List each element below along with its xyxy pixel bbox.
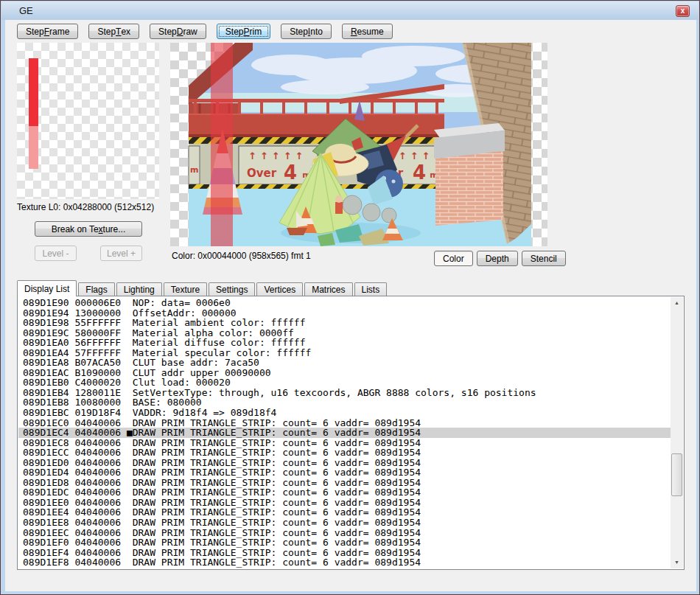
display-list-row[interactable]: 089D1EA8 B07ACA50 CLUT base addr: 7aca50 xyxy=(18,358,671,368)
display-list-row[interactable]: 089D1EB4 1280011E SetVertexType: through… xyxy=(18,388,671,398)
display-list-row[interactable]: 089D1EEC 04040006 DRAW PRIM TRIANGLE_STR… xyxy=(18,528,671,538)
display-list-row[interactable]: 089D1EE8 04040006 DRAW PRIM TRIANGLE_STR… xyxy=(18,518,671,528)
framebuffer-scene: m ↑↑↑↑↑ Over 4 m ↑↑↑↑↑ Over 4 m xyxy=(170,43,547,246)
framebuffer-label: Color: 0x00044000 (958x565) fmt 1 xyxy=(172,251,311,261)
transparent-checker-left xyxy=(170,43,189,246)
step-into-button[interactable]: Step Into xyxy=(281,24,332,39)
vertical-scrollbar[interactable]: ▲ ▼ xyxy=(671,297,683,568)
step-frame-button[interactable]: Step Frame xyxy=(17,24,78,39)
display-list-row[interactable]: 089D1EAC B1090000 CLUT addr upper 000900… xyxy=(18,368,671,378)
svg-text:m: m xyxy=(190,165,198,175)
display-list-row[interactable]: 089D1ED4 04040006 DRAW PRIM TRIANGLE_STR… xyxy=(18,467,671,478)
scroll-down-icon[interactable]: ▼ xyxy=(671,557,683,568)
client-area: Step FrameStep TexStep DrawStep PrimStep… xyxy=(5,20,696,591)
framebuffer-mode-buttons: ColorDepthStencil xyxy=(434,251,566,266)
tab-lighting[interactable]: Lighting xyxy=(116,282,162,296)
step-prim-button[interactable]: Step Prim xyxy=(217,24,270,39)
display-list-row[interactable]: 089D1EA0 56FFFFFF Material diffuse color… xyxy=(18,338,671,348)
display-list-row[interactable]: 089D1EC8 04040006 DRAW PRIM TRIANGLE_STR… xyxy=(18,438,671,448)
red-beam xyxy=(211,43,233,246)
close-button[interactable]: x xyxy=(676,5,690,17)
break-on-texture-button[interactable]: Break on Texture... xyxy=(35,221,142,237)
tab-lists[interactable]: Lists xyxy=(354,282,388,296)
scroll-up-icon[interactable]: ▲ xyxy=(671,297,683,309)
texture-red-bar xyxy=(29,58,38,126)
step-draw-button[interactable]: Step Draw xyxy=(150,24,206,39)
depth-mode-button[interactable]: Depth xyxy=(477,251,518,266)
display-list-row[interactable]: 089D1EB0 C4000020 Clut load: 000020 xyxy=(18,377,671,388)
display-list-row[interactable]: 089D1E9C 580000FF Material alpha color: … xyxy=(18,328,671,338)
tab-flags[interactable]: Flags xyxy=(78,282,114,296)
level-minus-button[interactable]: Level - xyxy=(35,246,77,261)
level-plus-button[interactable]: Level + xyxy=(100,246,142,261)
ge-debugger-window: GE x Step FrameStep TexStep DrawStep Pri… xyxy=(0,0,700,595)
texture-label: Texture L0: 0x04288000 (512x512) xyxy=(17,202,154,212)
tab-strip: Display ListFlagsLightingTextureSettings… xyxy=(17,280,388,296)
framebuffer-preview[interactable]: m ↑↑↑↑↑ Over 4 m ↑↑↑↑↑ Over 4 m xyxy=(170,43,547,246)
display-list-row[interactable]: 089D1EF8 04040006 DRAW PRIM TRIANGLE_STR… xyxy=(18,557,671,568)
svg-text:↑↑↑↑↑: ↑↑↑↑↑ xyxy=(248,150,307,161)
display-list-row[interactable]: 089D1E94 13000000 OffsetAddr: 000000 xyxy=(18,308,671,319)
step-tex-button[interactable]: Step Tex xyxy=(88,24,139,39)
tab-matrices[interactable]: Matrices xyxy=(304,282,352,296)
clearance-sign-fragment: m xyxy=(189,146,200,184)
display-list-row[interactable]: 089D1E98 55FFFFFF Material ambient color… xyxy=(18,318,671,328)
texture-red-bar-faded xyxy=(29,126,38,169)
close-icon: x xyxy=(681,7,685,15)
display-list-row[interactable]: 089D1EF0 04040006 DRAW PRIM TRIANGLE_STR… xyxy=(18,537,671,548)
display-list-row[interactable]: 089D1EC0 04040006 DRAW PRIM TRIANGLE_STR… xyxy=(18,418,671,428)
brick-wall xyxy=(435,151,503,226)
transparent-checker-right xyxy=(531,43,547,246)
display-list: 089D1E90 000006E0 NOP: data= 0006e0089D1… xyxy=(18,298,671,568)
display-list-row[interactable]: 089D1EB8 10080000 BASE: 080000 xyxy=(18,397,671,408)
display-list-row[interactable]: 089D1ED8 04040006 DRAW PRIM TRIANGLE_STR… xyxy=(18,478,671,488)
display-list-row[interactable]: 089D1E90 000006E0 NOP: data= 0006e0 xyxy=(18,298,671,308)
display-list-row[interactable]: 089D1EBC 019D18F4 VADDR: 9d18f4 => 089d1… xyxy=(18,408,671,418)
toolbar: Step FrameStep TexStep DrawStep PrimStep… xyxy=(17,24,700,39)
display-list-row[interactable]: 089D1EA4 57FFFFFF Material specular colo… xyxy=(18,348,671,358)
tab-settings[interactable]: Settings xyxy=(209,282,255,296)
svg-text:4: 4 xyxy=(284,161,297,184)
scrollbar-thumb[interactable] xyxy=(671,453,682,496)
titlebar[interactable]: GE x xyxy=(1,1,699,20)
display-list-row[interactable]: 089D1ED0 04040006 DRAW PRIM TRIANGLE_STR… xyxy=(18,458,671,468)
resume-button[interactable]: Resume xyxy=(342,24,393,39)
color-mode-button[interactable]: Color xyxy=(434,251,473,266)
svg-text:4: 4 xyxy=(413,161,426,184)
stencil-mode-button[interactable]: Stencil xyxy=(522,251,566,266)
tab-vertices[interactable]: Vertices xyxy=(256,282,303,296)
display-list-box[interactable]: 089D1E90 000006E0 NOP: data= 0006e0089D1… xyxy=(17,296,685,570)
svg-text:Over: Over xyxy=(247,167,277,180)
display-list-row[interactable]: 089D1EDC 04040006 DRAW PRIM TRIANGLE_STR… xyxy=(18,487,671,498)
display-list-row[interactable]: 089D1EE0 04040006 DRAW PRIM TRIANGLE_STR… xyxy=(18,498,671,508)
tab-display-list[interactable]: Display List xyxy=(17,280,77,296)
display-list-row[interactable]: 089D1ECC 04040006 DRAW PRIM TRIANGLE_STR… xyxy=(18,448,671,458)
window-title: GE xyxy=(19,5,33,16)
display-list-row[interactable]: 089D1EC4 04040006 ■DRAW PRIM TRIANGLE_ST… xyxy=(18,428,671,438)
display-list-row[interactable]: 089D1EE4 04040006 DRAW PRIM TRIANGLE_STR… xyxy=(18,507,671,518)
texture-preview[interactable] xyxy=(17,43,159,199)
tab-texture[interactable]: Texture xyxy=(164,282,207,296)
display-list-row[interactable]: 089D1EF4 04040006 DRAW PRIM TRIANGLE_STR… xyxy=(18,548,671,558)
